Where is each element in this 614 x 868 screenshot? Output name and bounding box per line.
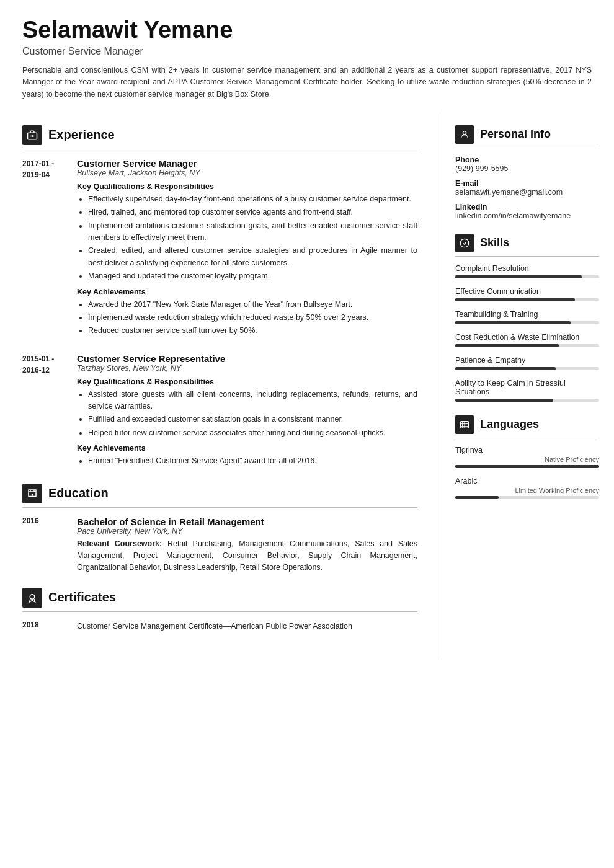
candidate-summary: Personable and conscientious CSM with 2+… — [22, 64, 592, 100]
skill-bar-background — [455, 344, 599, 347]
skills-list: Complaint ResolutionEffective Communicat… — [455, 264, 599, 402]
achievements-label: Key Achievements — [77, 288, 417, 296]
skills-icon — [455, 234, 474, 252]
skill-bar-fill — [455, 367, 556, 370]
certificates-list: 2018Customer Service Management Certific… — [22, 621, 417, 632]
language-level-label: Limited Working Proficiency — [455, 487, 599, 494]
certificates-label: Certificates — [48, 590, 116, 604]
skill-item: Complaint Resolution — [455, 264, 599, 278]
experience-list: 2017-01 - 2019-04Customer Service Manage… — [22, 158, 417, 469]
email-label: E-mail — [455, 179, 599, 188]
achievements-label: Key Achievements — [77, 444, 417, 453]
language-item: TigrinyaNative Proficiency — [455, 446, 599, 468]
achievement-item: Reduced customer service staff turnover … — [88, 325, 417, 337]
personal-info-label: Personal Info — [480, 128, 551, 141]
qualifications-label: Key Qualifications & Responsibilities — [77, 182, 417, 191]
skill-name: Teambuilding & Training — [455, 310, 599, 319]
exp-content: Customer Service RepresentativeTarzhay S… — [77, 353, 417, 469]
linkedin-value: linkedin.com/in/selamawityemane — [455, 211, 599, 220]
skill-bar-background — [455, 298, 599, 301]
exp-title: Customer Service Manager — [77, 158, 417, 169]
skill-name: Patience & Empathy — [455, 356, 599, 365]
exp-company: Tarzhay Stores, New York, NY — [77, 364, 417, 373]
header: Selamawit Yemane Customer Service Manage… — [0, 0, 614, 112]
experience-entry: 2017-01 - 2019-04Customer Service Manage… — [22, 158, 417, 339]
phone-item: Phone (929) 999-5595 — [455, 156, 599, 173]
skills-label: Skills — [480, 236, 509, 249]
cert-description: Customer Service Management Certificate—… — [77, 621, 352, 632]
edu-year: 2016 — [22, 516, 66, 574]
achievement-item: Implemented waste reduction strategy whi… — [88, 312, 417, 324]
language-name: Arabic — [455, 477, 599, 485]
education-list: 2016Bachelor of Science in Retail Manage… — [22, 516, 417, 574]
achievement-item: Earned "Friendliest Customer Service Age… — [88, 455, 417, 467]
education-icon — [22, 484, 42, 503]
languages-label: Languages — [480, 418, 539, 431]
exp-dates: 2017-01 - 2019-04 — [22, 158, 66, 339]
personal-info-divider — [455, 148, 599, 148]
resume-page: Selamawit Yemane Customer Service Manage… — [0, 0, 614, 868]
experience-section-title: Experience — [22, 125, 417, 145]
personal-info-icon — [455, 125, 474, 144]
phone-label: Phone — [455, 156, 599, 164]
language-name: Tigrinya — [455, 446, 599, 454]
svg-point-5 — [463, 131, 466, 135]
experience-icon — [22, 125, 42, 145]
skill-bar-background — [455, 321, 599, 324]
certificate-entry: 2018Customer Service Management Certific… — [22, 621, 417, 632]
exp-company: Bullseye Mart, Jackson Heights, NY — [77, 169, 417, 177]
qualification-item: Fulfilled and exceeded customer satisfac… — [88, 414, 417, 425]
skill-item: Effective Communication — [455, 287, 599, 301]
qualification-item: Managed and updated the customer loyalty… — [88, 270, 417, 282]
skill-bar-background — [455, 275, 599, 278]
experience-label: Experience — [48, 128, 115, 142]
skill-bar-fill — [455, 275, 582, 278]
candidate-title: Customer Service Manager — [22, 46, 592, 57]
education-section-title: Education — [22, 484, 417, 503]
skill-bar-fill — [455, 298, 575, 301]
exp-title: Customer Service Representative — [77, 353, 417, 364]
skill-bar-background — [455, 367, 599, 370]
exp-content: Customer Service ManagerBullseye Mart, J… — [77, 158, 417, 339]
qualification-item: Assisted store guests with all client co… — [88, 389, 417, 413]
experience-divider — [22, 149, 417, 149]
phone-value: (929) 999-5595 — [455, 164, 599, 173]
skill-name: Effective Communication — [455, 287, 599, 296]
linkedin-item: LinkedIn linkedin.com/in/selamawityemane — [455, 203, 599, 220]
education-divider — [22, 507, 417, 508]
personal-info-section-title: Personal Info — [455, 125, 599, 144]
qualification-item: Implemented ambitious customer satisfact… — [88, 220, 417, 244]
skills-divider — [455, 256, 599, 257]
edu-content: Bachelor of Science in Retail Management… — [77, 516, 417, 574]
skill-name: Ability to Keep Calm in Stressful Situat… — [455, 379, 599, 396]
qualifications-list: Effectively supervised day-to-day front-… — [77, 193, 417, 283]
certificates-divider — [22, 611, 417, 612]
skill-bar-fill — [455, 344, 559, 347]
candidate-name: Selamawit Yemane — [22, 17, 592, 43]
email-value: selamawit.yemane@gmail.com — [455, 188, 599, 197]
skill-item: Cost Reduction & Waste Elimination — [455, 333, 599, 347]
qualification-item: Helped tutor new customer service associ… — [88, 427, 417, 439]
edu-degree: Bachelor of Science in Retail Management — [77, 516, 417, 527]
languages-icon — [455, 415, 474, 434]
right-column: Personal Info Phone (929) 999-5595 E-mai… — [440, 112, 614, 526]
education-label: Education — [48, 486, 109, 500]
languages-list: TigrinyaNative ProficiencyArabicLimited … — [455, 446, 599, 499]
qualifications-list: Assisted store guests with all client co… — [77, 389, 417, 440]
skill-bar-background — [455, 399, 599, 402]
qualifications-label: Key Qualifications & Responsibilities — [77, 378, 417, 386]
edu-school: Pace University, New York, NY — [77, 527, 417, 536]
experience-entry: 2015-01 - 2016-12Customer Service Repres… — [22, 353, 417, 469]
languages-section-title: Languages — [455, 415, 599, 434]
exp-dates: 2015-01 - 2016-12 — [22, 353, 66, 469]
achievements-list: Earned "Friendliest Customer Service Age… — [77, 455, 417, 467]
certificates-icon — [22, 588, 42, 608]
achievements-list: Awarded the 2017 "New York State Manager… — [77, 299, 417, 337]
skill-bar-fill — [455, 321, 571, 324]
skill-item: Teambuilding & Training — [455, 310, 599, 324]
language-level-label: Native Proficiency — [455, 456, 599, 463]
skill-name: Complaint Resolution — [455, 264, 599, 273]
left-column: Experience 2017-01 - 2019-04Customer Ser… — [0, 112, 440, 658]
skill-item: Patience & Empathy — [455, 356, 599, 370]
email-item: E-mail selamawit.yemane@gmail.com — [455, 179, 599, 197]
